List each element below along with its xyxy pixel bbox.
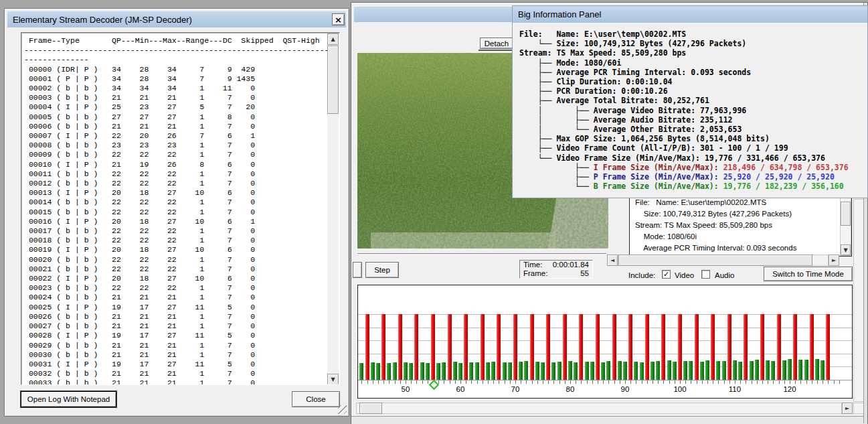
scroll-up-button[interactable]: ▲ <box>327 33 339 45</box>
resize-grip-icon[interactable] <box>338 405 347 414</box>
i-frame-bar <box>628 314 632 380</box>
axis-tick <box>647 380 648 384</box>
axis-tick <box>839 380 840 384</box>
log-line: 00001 ( P | P ) 34 28 34 7 9 1435 <box>24 74 339 84</box>
open-log-with-notepad-button[interactable]: Open Log With Notepad <box>21 391 116 407</box>
partial-button[interactable] <box>353 262 362 278</box>
b-frame-bar <box>376 363 380 380</box>
b-frame-bar <box>820 360 824 380</box>
b-frame-bar <box>788 359 792 380</box>
arrow-right-icon: ► <box>832 257 836 263</box>
current-frame-marker[interactable] <box>429 380 440 391</box>
scrollbar-thumb[interactable] <box>359 403 382 414</box>
b-frame-bar <box>618 361 622 380</box>
axis-tick <box>587 380 588 384</box>
decoder-dialog-titlebar[interactable]: Elementary Stream Decoder (JM-SP Decoder… <box>7 11 346 27</box>
b-frame-bar <box>387 363 391 380</box>
axis-tick <box>570 380 571 384</box>
i-frame-bar <box>579 314 583 380</box>
b-frame-bar <box>683 361 687 380</box>
log-line: 00011 ( b | b ) 22 22 22 1 7 0 <box>24 169 339 179</box>
chart-horizontal-scrollbar[interactable]: ► <box>356 403 853 414</box>
info-vertical-scrollbar[interactable]: ▼ <box>840 189 851 256</box>
axis-tick <box>768 380 768 384</box>
i-frame-bar <box>777 314 781 380</box>
axis-tick <box>779 380 780 384</box>
frame-value: 55 <box>580 269 589 278</box>
big-info-content: File: Name: E:\user\temp\00202.MTS └── S… <box>519 29 864 194</box>
scrollbar-thumb[interactable] <box>327 46 339 114</box>
axis-tick <box>373 380 373 384</box>
b-frame-bar <box>750 361 754 380</box>
close-icon[interactable]: × <box>332 13 345 25</box>
axis-tick <box>773 380 774 384</box>
log-vertical-scrollbar[interactable]: ▲ ▼ <box>327 33 339 385</box>
b-frame-bar <box>689 361 693 380</box>
scroll-down-button[interactable]: ▼ <box>841 244 851 255</box>
scroll-left-button[interactable]: ◄ <box>607 255 618 266</box>
audio-checkbox-label[interactable]: Audio <box>715 271 734 279</box>
axis-label: 50 <box>402 385 410 393</box>
axis-tick <box>757 380 758 384</box>
decoder-log-list[interactable]: Frame--Type QP---Min---Max--Range---DC S… <box>21 32 340 385</box>
i-frame-bar <box>612 314 616 380</box>
b-frame-bar <box>673 362 677 380</box>
b-frame-bar <box>535 362 539 380</box>
bitrate-chart[interactable]: 5060708090100110120 <box>357 285 853 399</box>
check-icon: ✓ <box>663 270 669 279</box>
i-frame-bar <box>530 314 534 380</box>
info-horizontal-scrollbar[interactable]: ◄ ► <box>607 255 839 266</box>
scroll-right-button[interactable]: ► <box>829 255 839 266</box>
log-line: 00009 ( b | b ) 22 22 22 1 7 0 <box>24 150 339 159</box>
b-frame-bar <box>798 360 802 380</box>
detach-button[interactable]: Detach <box>480 38 513 49</box>
info-line: File: Name: E:\user\temp\00202.MTS <box>630 197 851 208</box>
axis-tick <box>422 380 423 384</box>
axis-label: 110 <box>729 385 741 393</box>
close-button[interactable]: Close <box>292 391 340 407</box>
b-frame-bar <box>782 360 786 380</box>
axis-label: 70 <box>511 385 520 393</box>
axis-tick <box>526 380 527 384</box>
scrollbar-thumb[interactable] <box>618 255 812 266</box>
switch-to-time-mode-button[interactable]: Switch to Time Mode <box>764 267 853 281</box>
axis-tick <box>746 380 746 384</box>
axis-tick <box>444 380 444 384</box>
axis-tick <box>685 380 686 384</box>
info-line: ├── I Frame Size (Min/Ave/Max): 218,496 … <box>519 163 864 172</box>
scrollbar-thumb[interactable] <box>841 202 851 226</box>
video-checkbox-label[interactable]: Video <box>675 271 694 279</box>
video-checkbox[interactable]: ✓ <box>662 270 671 279</box>
decoder-log-lines: Frame--Type QP---Min---Max--Range---DC S… <box>24 36 339 385</box>
axis-tick <box>784 380 785 384</box>
axis-tick <box>735 380 735 384</box>
axis-tick <box>740 380 741 384</box>
b-frame-bar <box>442 362 446 380</box>
axis-tick <box>653 380 653 384</box>
axis-tick <box>817 380 818 384</box>
b-frame-bar <box>469 362 473 380</box>
axis-tick <box>361 380 362 384</box>
axis-label: 90 <box>621 385 630 393</box>
step-button[interactable]: Step <box>365 262 399 278</box>
scroll-right-button[interactable]: ► <box>842 403 853 414</box>
b-frame-bar <box>590 362 594 380</box>
axis-tick <box>455 380 456 384</box>
log-line: 00026 ( b | b ) 21 21 21 1 7 0 <box>24 312 339 322</box>
axis-tick <box>565 380 566 384</box>
i-frame-bar <box>760 314 764 380</box>
b-frame-bar <box>574 362 578 380</box>
info-line: ├── P Frame Size (Min/Ave/Max): 25,920 /… <box>519 172 864 182</box>
big-info-titlebar[interactable]: Big Information Panel <box>513 6 867 23</box>
axis-tick <box>505 380 505 384</box>
axis-tick <box>367 380 368 384</box>
axis-tick <box>834 380 835 384</box>
info-line: │ ├── Average Video Bitrate: 77,963,996 <box>519 106 864 115</box>
axis-tick <box>450 380 450 384</box>
axis-tick <box>729 380 730 384</box>
scroll-down-button[interactable]: ▼ <box>327 374 339 385</box>
axis-tick <box>642 380 642 384</box>
audio-checkbox[interactable] <box>701 270 710 279</box>
arrow-up-icon: ▲ <box>331 36 335 42</box>
axis-tick <box>707 380 708 384</box>
